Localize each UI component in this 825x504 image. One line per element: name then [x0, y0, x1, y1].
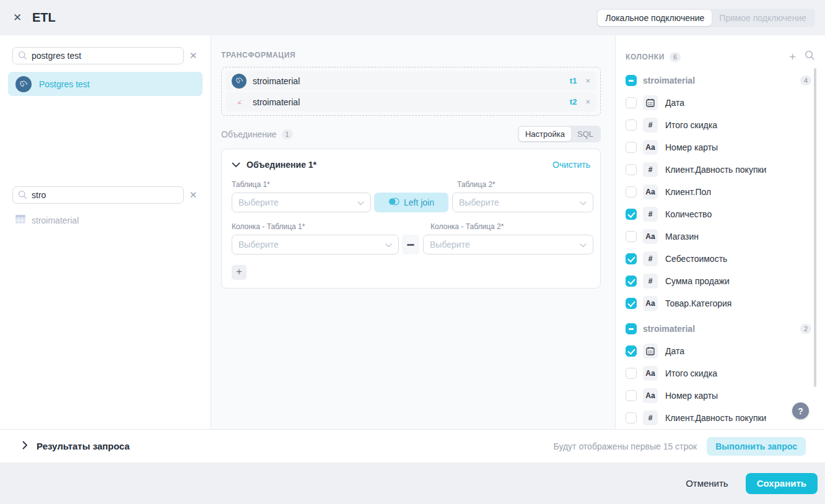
transformation-table-name: stroimaterial	[253, 97, 300, 107]
column-checkbox[interactable]	[626, 209, 637, 220]
column-item[interactable]: Aa Номер карты	[626, 136, 825, 159]
group-checkbox[interactable]	[626, 323, 637, 334]
tab-settings[interactable]: Настройка	[519, 127, 571, 141]
column-group-header[interactable]: stroimaterial 4	[626, 69, 825, 92]
chevron-down-icon	[385, 239, 392, 250]
column-label: Количество	[665, 209, 712, 219]
column-item[interactable]: # Себестоимость	[626, 248, 825, 270]
add-join-condition-button[interactable]: +	[232, 265, 247, 280]
help-button[interactable]: ?	[792, 402, 809, 419]
table1-select[interactable]: Выберите	[232, 193, 371, 212]
postgres-icon	[15, 76, 32, 92]
column-type-icon: #	[643, 162, 658, 177]
columns-scrollbar[interactable]	[814, 68, 816, 387]
join-type-button[interactable]: Left join	[374, 193, 448, 212]
table1-select-placeholder: Выберите	[238, 198, 279, 207]
column-type-icon: #	[643, 411, 658, 425]
column2-select[interactable]: Выберите	[423, 235, 593, 254]
column-item[interactable]: # Итого скидка	[626, 114, 825, 136]
remove-table-icon[interactable]: ×	[585, 76, 590, 85]
column-label: Себестоимость	[665, 254, 727, 264]
column-item[interactable]: Дата	[626, 92, 825, 114]
column-checkbox[interactable]	[626, 186, 637, 198]
column-checkbox[interactable]	[626, 276, 637, 287]
clear-table-search-icon[interactable]: ✕	[184, 189, 203, 201]
column-type-icon: Aa	[643, 296, 658, 311]
column-type-icon: #	[643, 274, 658, 289]
column-checkbox[interactable]	[626, 345, 637, 357]
results-title[interactable]: Результаты запроса	[37, 441, 129, 451]
table2-select-placeholder: Выберите	[459, 198, 499, 207]
tab-local-connection[interactable]: Локальное подключение	[598, 10, 712, 26]
cancel-button[interactable]: Отменить	[686, 478, 728, 489]
column-type-icon: Aa	[643, 185, 658, 199]
tab-sql[interactable]: SQL	[571, 127, 600, 141]
group-count-badge: 2	[800, 324, 811, 334]
column-checkbox[interactable]	[626, 119, 637, 131]
table1-label: Таблица 1*	[232, 180, 270, 189]
column-label: Магазин	[665, 232, 699, 241]
chevron-down-icon	[580, 197, 587, 208]
column-checkbox[interactable]	[626, 231, 637, 242]
column-group-header[interactable]: stroimaterial 2	[626, 318, 825, 340]
column-type-icon: #	[643, 207, 658, 222]
search-columns-icon[interactable]	[805, 50, 815, 63]
run-query-button[interactable]: Выполнить запрос	[707, 437, 806, 456]
column-checkbox[interactable]	[626, 164, 637, 175]
column-item[interactable]: Дата	[626, 340, 825, 362]
transformation-table-row[interactable]: stroimaterial t2 ×	[225, 92, 596, 111]
column1-select-placeholder: Выберите	[238, 240, 279, 250]
column-checkbox[interactable]	[626, 298, 637, 309]
save-button[interactable]: Сохранить	[746, 473, 818, 494]
dataset-icon	[232, 98, 247, 106]
column-item[interactable]: # Сумма продажи	[626, 270, 825, 292]
column-label: Номер карты	[665, 142, 718, 152]
table-search-input[interactable]	[12, 186, 184, 204]
connection-item-label: Postgres test	[39, 79, 90, 89]
remove-table-icon[interactable]: ×	[585, 97, 590, 106]
clear-connection-search-icon[interactable]: ✕	[184, 50, 203, 61]
column-item[interactable]: # Клиент.Давность покупки	[626, 159, 825, 181]
group-checkbox[interactable]	[626, 75, 637, 86]
column-item[interactable]: Aa Магазин	[626, 225, 825, 248]
connection-search-input[interactable]	[12, 47, 184, 64]
add-column-icon[interactable]: +	[789, 53, 796, 61]
column-checkbox[interactable]	[626, 368, 637, 379]
transformation-panel: ТРАНСФОРМАЦИЯ stroimaterial t1 ×	[211, 35, 615, 429]
table2-select[interactable]: Выберите	[452, 193, 593, 212]
column-item[interactable]: Aa Товар.Категория	[626, 292, 825, 315]
connection-item-postgres-test[interactable]: Postgres test	[8, 72, 203, 96]
column-checkbox[interactable]	[626, 390, 637, 401]
table-alias: t2	[570, 97, 577, 106]
footer: Отменить Сохранить	[0, 463, 825, 504]
union-view-switch: Настройка SQL	[518, 126, 601, 142]
column-label: Номер карты	[665, 391, 718, 401]
group-count-badge: 4	[800, 76, 811, 85]
column-checkbox[interactable]	[626, 97, 637, 108]
columns-header: КОЛОНКИ	[626, 53, 665, 61]
chevron-down-icon[interactable]	[232, 159, 240, 170]
table-item-stroimaterial[interactable]: stroimaterial	[8, 212, 203, 228]
chevron-right-icon[interactable]	[22, 441, 28, 452]
tab-direct-connection[interactable]: Прямое подключение	[712, 10, 814, 26]
column-checkbox[interactable]	[626, 253, 637, 264]
columns-panel: КОЛОНКИ 6 + stroimaterial 4	[615, 35, 825, 429]
column-item[interactable]: # Количество	[626, 203, 825, 225]
column-item[interactable]: Aa Итого скидка	[626, 362, 825, 385]
close-icon[interactable]: ✕	[10, 11, 25, 25]
column-item[interactable]: Aa Клиент.Пол	[626, 181, 825, 203]
column1-select[interactable]: Выберите	[232, 235, 399, 254]
column2-select-placeholder: Выберите	[430, 240, 470, 250]
clear-join-link[interactable]: Очистить	[552, 160, 590, 170]
equals-operator-icon	[402, 235, 419, 254]
column-checkbox[interactable]	[626, 412, 637, 424]
transformation-table-row[interactable]: stroimaterial t1 ×	[225, 71, 596, 90]
column-label: Итого скидка	[665, 120, 717, 130]
join-title: Объединение 1*	[247, 160, 316, 170]
union-count-badge: 1	[282, 129, 293, 139]
postgres-icon	[232, 74, 247, 89]
chevron-down-icon	[580, 239, 587, 250]
column-type-icon: Aa	[643, 229, 658, 244]
column-checkbox[interactable]	[626, 142, 637, 153]
table2-label: Таблица 2*	[457, 180, 495, 189]
